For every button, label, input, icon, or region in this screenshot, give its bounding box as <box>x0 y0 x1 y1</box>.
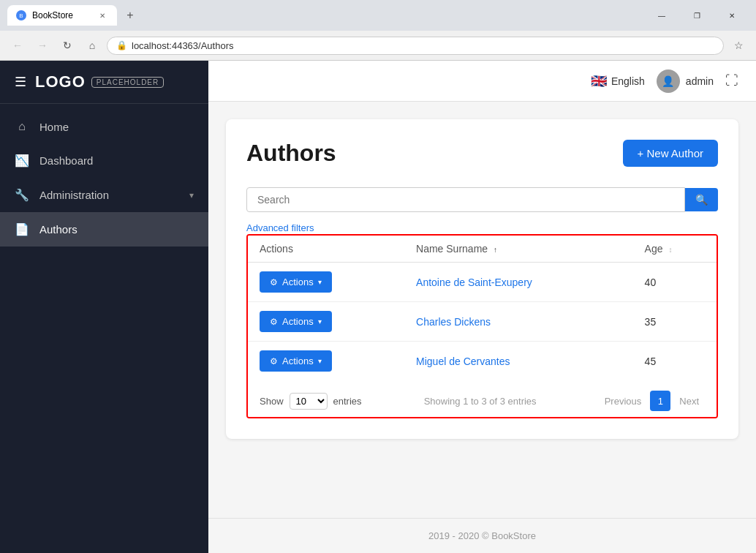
pagination: Previous 1 Next <box>599 391 705 411</box>
sidebar-item-administration[interactable]: 🔧 Administration ▾ <box>0 178 208 212</box>
row2-actions-button[interactable]: ⚙ Actions ▾ <box>260 311 332 332</box>
row1-name-link[interactable]: Antoine de Saint-Exupery <box>416 276 532 288</box>
sidebar-nav: ⌂ Home 📉 Dashboard 🔧 Administration ▾ 📄 … <box>0 104 208 553</box>
page-area: Authors + New Author 🔍 Advanced filters <box>208 102 756 518</box>
file-icon: 📄 <box>15 222 29 236</box>
sidebar-item-home[interactable]: ⌂ Home <box>0 110 208 143</box>
search-area: 🔍 <box>246 187 718 212</box>
row1-age-cell: 40 <box>633 263 717 302</box>
wrench-icon: 🔧 <box>15 188 29 202</box>
close-button[interactable]: ✕ <box>715 4 749 26</box>
table-header: Actions Name Surname ↑ Age ↕ <box>248 236 717 263</box>
tab-close-button[interactable]: ✕ <box>97 10 108 21</box>
dashboard-icon: 📉 <box>15 154 29 168</box>
chevron-down-icon: ▾ <box>189 190 194 200</box>
bookmark-button[interactable]: ☆ <box>728 35 749 56</box>
browser-tab[interactable]: B BookStore ✕ <box>7 5 117 26</box>
sidebar-item-dashboard[interactable]: 📉 Dashboard <box>0 143 208 178</box>
footer: 2019 - 2020 © BookStore <box>208 518 756 553</box>
sidebar-item-dashboard-label: Dashboard <box>39 154 194 167</box>
authors-table: Actions Name Surname ↑ Age ↕ <box>248 236 717 380</box>
caret-down-icon: ▾ <box>318 357 322 365</box>
home-nav-button[interactable]: ⌂ <box>82 35 102 56</box>
window-controls: — ❐ ✕ <box>645 4 749 26</box>
row3-name-link[interactable]: Miguel de Cervantes <box>416 356 510 367</box>
app-container: ☰ LOGO PLACEHOLDER ⌂ Home 📉 Dashboard 🔧 … <box>0 61 756 553</box>
search-input[interactable] <box>246 187 685 212</box>
row3-actions-cell: ⚙ Actions ▾ <box>248 342 404 381</box>
avatar: 👤 <box>657 69 680 93</box>
sidebar-item-home-label: Home <box>39 121 194 133</box>
table-row: ⚙ Actions ▾ Miguel de Cervantes 45 <box>248 342 717 381</box>
showing-text: Showing 1 to 3 of 3 entries <box>362 396 599 407</box>
forward-button[interactable]: → <box>32 35 53 56</box>
page-1-button[interactable]: 1 <box>650 391 670 411</box>
language-selector[interactable]: 🇬🇧 English <box>591 73 645 89</box>
sort-icon-age: ↕ <box>668 246 672 254</box>
row3-name-cell: Miguel de Cervantes <box>404 342 633 381</box>
row2-actions-cell: ⚙ Actions ▾ <box>248 302 404 342</box>
entries-label: entries <box>333 396 362 407</box>
sidebar: ☰ LOGO PLACEHOLDER ⌂ Home 📉 Dashboard 🔧 … <box>0 61 208 553</box>
row2-name-link[interactable]: Charles Dickens <box>416 316 491 328</box>
logo-badge: PLACEHOLDER <box>91 77 164 88</box>
table-body: ⚙ Actions ▾ Antoine de Saint-Exupery 40 <box>248 263 717 381</box>
row2-age-cell: 35 <box>633 302 717 342</box>
gear-icon: ⚙ <box>270 317 278 327</box>
gear-icon: ⚙ <box>270 277 278 287</box>
logo-area: LOGO PLACEHOLDER <box>35 72 164 91</box>
tab-title: BookStore <box>32 10 73 20</box>
col-age[interactable]: Age ↕ <box>633 236 717 263</box>
home-icon: ⌂ <box>15 120 29 133</box>
browser-chrome: B BookStore ✕ + — ❐ ✕ ← → ↻ ⌂ 🔒 localhos… <box>0 0 756 61</box>
gear-icon: ⚙ <box>270 356 278 366</box>
user-menu[interactable]: 👤 admin <box>657 69 714 93</box>
prev-page-button[interactable]: Previous <box>599 393 648 410</box>
back-button[interactable]: ← <box>7 35 28 56</box>
footer-text: 2019 - 2020 © BookStore <box>428 530 536 541</box>
browser-toolbar: ← → ↻ ⌂ 🔒 localhost:44363/Authors ☆ <box>0 31 756 60</box>
topbar: 🇬🇧 English 👤 admin ⛶ <box>208 61 756 102</box>
page-card: Authors + New Author 🔍 Advanced filters <box>226 119 738 439</box>
sidebar-item-authors[interactable]: 📄 Authors <box>0 212 208 247</box>
minimize-button[interactable]: — <box>645 4 678 26</box>
row3-actions-button[interactable]: ⚙ Actions ▾ <box>260 350 332 372</box>
sort-asc-icon: ↑ <box>494 246 497 254</box>
main-content: 🇬🇧 English 👤 admin ⛶ Authors + New Autho… <box>208 61 756 553</box>
sidebar-header: ☰ LOGO PLACEHOLDER <box>0 61 208 104</box>
col-actions: Actions <box>248 236 404 263</box>
caret-down-icon: ▾ <box>318 317 322 326</box>
maximize-button[interactable]: ❐ <box>680 4 714 26</box>
new-tab-button[interactable]: + <box>120 5 140 26</box>
flag-icon: 🇬🇧 <box>591 73 607 89</box>
sidebar-item-administration-label: Administration <box>39 189 179 201</box>
next-page-button[interactable]: Next <box>673 393 705 410</box>
row1-actions-button[interactable]: ⚙ Actions ▾ <box>260 271 332 293</box>
sidebar-item-authors-label: Authors <box>39 223 194 236</box>
search-button[interactable]: 🔍 <box>685 188 718 211</box>
language-label: English <box>611 75 645 87</box>
row1-name-cell: Antoine de Saint-Exupery <box>404 263 633 302</box>
address-bar[interactable]: 🔒 localhost:44363/Authors <box>107 37 724 55</box>
table-row: ⚙ Actions ▾ Antoine de Saint-Exupery 40 <box>248 263 717 302</box>
row2-name-cell: Charles Dickens <box>404 302 633 342</box>
show-entries: Show 10 25 50 100 entries <box>260 393 362 410</box>
entries-select[interactable]: 10 25 50 100 <box>290 393 328 410</box>
show-label: Show <box>260 396 284 407</box>
row1-actions-cell: ⚙ Actions ▾ <box>248 263 404 302</box>
table-row: ⚙ Actions ▾ Charles Dickens 35 <box>248 302 717 342</box>
reload-button[interactable]: ↻ <box>57 35 78 56</box>
tab-favicon: B <box>16 10 26 20</box>
hamburger-button[interactable]: ☰ <box>15 74 26 90</box>
col-name[interactable]: Name Surname ↑ <box>404 236 633 263</box>
fullscreen-button[interactable]: ⛶ <box>725 73 738 89</box>
page-header: Authors + New Author <box>246 140 718 167</box>
logo-text: LOGO <box>35 72 86 91</box>
url-text: localhost:44363/Authors <box>132 40 233 51</box>
new-author-button[interactable]: + New Author <box>623 140 718 167</box>
pagination-area: Show 10 25 50 100 entries Showing 1 to 3… <box>248 380 717 417</box>
authors-table-wrapper: Actions Name Surname ↑ Age ↕ <box>246 234 718 418</box>
table-header-row: Actions Name Surname ↑ Age ↕ <box>248 236 717 263</box>
caret-down-icon: ▾ <box>318 278 322 286</box>
advanced-filters-link[interactable]: Advanced filters <box>246 222 314 233</box>
